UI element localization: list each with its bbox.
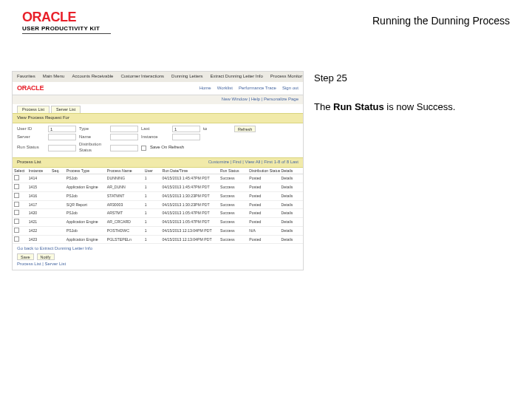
row-checkbox[interactable] — [14, 175, 19, 180]
row-checkbox[interactable] — [14, 193, 19, 198]
row-checkbox[interactable] — [14, 236, 19, 242]
table-cell: Posted — [248, 209, 279, 218]
notify-button[interactable]: Notify — [37, 253, 55, 260]
name-label: Name — [79, 134, 107, 140]
table-cell: Success — [219, 191, 248, 200]
table-cell[interactable] — [13, 218, 27, 227]
table-cell[interactable] — [13, 174, 27, 183]
table-cell: ARSTMT — [106, 209, 143, 218]
refresh-button[interactable]: Refresh — [234, 126, 256, 132]
table-cell[interactable] — [13, 209, 27, 218]
instance-input[interactable] — [172, 134, 200, 140]
signout-link[interactable]: Sign out — [282, 86, 299, 92]
col-details: Details — [280, 168, 304, 174]
table-cell: Success — [219, 200, 248, 209]
table-row: 1416PSJobSTATMNT104/15/2013 1:30:23PM PD… — [13, 191, 303, 200]
table-cell: 1415 — [27, 183, 50, 192]
breadcrumb-item[interactable]: Dunning Letters — [171, 74, 202, 80]
section-process-list: Process List Customize | Find | View All… — [13, 157, 303, 168]
table-cell: PSJob — [65, 226, 106, 235]
table-cell: Success — [219, 226, 248, 235]
breadcrumb-item[interactable]: Accounts Receivable — [72, 74, 113, 80]
table-cell: 1420 — [27, 209, 50, 218]
table-cell — [50, 200, 65, 209]
user-input[interactable]: 1 — [48, 126, 76, 132]
table-cell — [50, 174, 65, 183]
table-row: 1421Application EngineAR_CRCARD104/15/20… — [13, 218, 303, 227]
table-cell: PSJob — [65, 191, 106, 200]
footer-area: Go back to Extract Dunning Letter Info S… — [13, 244, 303, 270]
table-cell: AR_CRCARD — [106, 218, 143, 227]
footer-tabs-link[interactable]: Process List | Server List — [17, 262, 299, 267]
tab-process-list[interactable]: Process List — [17, 106, 50, 113]
runstatus-select[interactable] — [48, 145, 76, 151]
diststatus-select[interactable] — [110, 145, 138, 151]
paging-controls[interactable]: Customize | Find | View All | First 1-8 … — [208, 160, 299, 166]
table-cell: Success — [219, 209, 248, 218]
breadcrumb-item[interactable]: Main Menu — [43, 74, 65, 80]
col-procname: Process Name — [106, 168, 143, 174]
table-cell: PGLSTEPELn — [106, 235, 143, 244]
row-checkbox[interactable] — [14, 219, 19, 224]
col-rundate: Run Date/Time — [160, 168, 219, 174]
row-checkbox[interactable] — [14, 184, 19, 189]
server-select[interactable] — [48, 134, 76, 140]
table-cell: Application Engine — [65, 235, 106, 244]
table-cell[interactable] — [13, 191, 27, 200]
tab-server-list[interactable]: Server List — [51, 106, 81, 113]
table-cell[interactable]: Details — [280, 209, 304, 218]
last-input[interactable]: 1 — [172, 126, 200, 132]
table-cell: POSTHDWC — [106, 226, 143, 235]
sub-bar-links[interactable]: New Window | Help | Personalize Page — [13, 95, 303, 104]
logo-rule — [22, 33, 111, 34]
table-cell: 1423 — [27, 235, 50, 244]
server-label: Server — [17, 134, 45, 140]
table-cell: Posted — [248, 218, 279, 227]
back-link[interactable]: Go back to Extract Dunning Letter Info — [17, 246, 299, 252]
home-link[interactable]: Home — [200, 86, 211, 92]
name-input[interactable] — [110, 134, 138, 140]
table-cell: 1 — [143, 191, 161, 200]
table-cell[interactable]: Details — [280, 191, 304, 200]
table-cell: PSJob — [65, 174, 106, 183]
upk-subtitle: USER PRODUCTIVITY KIT — [22, 25, 111, 32]
doc-header: ORACLE USER PRODUCTIVITY KIT Running the… — [0, 0, 532, 38]
table-cell: Posted — [248, 174, 279, 183]
table-cell: Posted — [248, 200, 279, 209]
table-cell — [50, 218, 65, 227]
breadcrumb-item[interactable]: Favorites — [17, 74, 35, 80]
breadcrumb-item[interactable]: Process Monitor — [270, 74, 302, 80]
process-list-title: Process List — [17, 160, 41, 164]
table-cell: 04/15/2013 1:30:23PM PDT — [160, 200, 219, 209]
type-select[interactable] — [110, 126, 138, 132]
page-title: Running the Dunning Process — [372, 10, 510, 27]
table-cell — [50, 226, 65, 235]
table-cell[interactable]: Details — [280, 200, 304, 209]
worklist-link[interactable]: Worklist — [217, 86, 233, 92]
table-cell: SQR Report — [65, 200, 106, 209]
table-cell[interactable] — [13, 200, 27, 209]
row-checkbox[interactable] — [14, 202, 19, 207]
breadcrumb-item[interactable]: Extract Dunning Letter Info — [210, 74, 262, 80]
table-cell: AR_DUNN — [106, 183, 143, 192]
table-cell: 1422 — [27, 226, 50, 235]
table-cell: Application Engine — [65, 218, 106, 227]
table-cell[interactable]: Details — [280, 174, 304, 183]
breadcrumb-item[interactable]: Customer Interactions — [120, 74, 164, 80]
table-cell[interactable] — [13, 226, 27, 235]
table-cell[interactable]: Details — [280, 235, 304, 244]
save-on-refresh-checkbox[interactable] — [141, 146, 146, 151]
perf-link[interactable]: Performance Trace — [239, 86, 276, 92]
table-cell[interactable]: Details — [280, 183, 304, 192]
to-label: to — [203, 126, 231, 132]
save-button[interactable]: Save — [17, 253, 34, 260]
row-checkbox[interactable] — [14, 210, 19, 215]
table-cell[interactable] — [13, 235, 27, 244]
table-cell[interactable] — [13, 183, 27, 192]
col-select: Select — [13, 168, 27, 174]
table-cell: Posted — [248, 191, 279, 200]
diststatus-label: Distribution Status — [79, 142, 107, 154]
table-cell[interactable]: Details — [280, 218, 304, 227]
table-cell[interactable]: Details — [280, 226, 304, 235]
row-checkbox[interactable] — [14, 228, 19, 233]
